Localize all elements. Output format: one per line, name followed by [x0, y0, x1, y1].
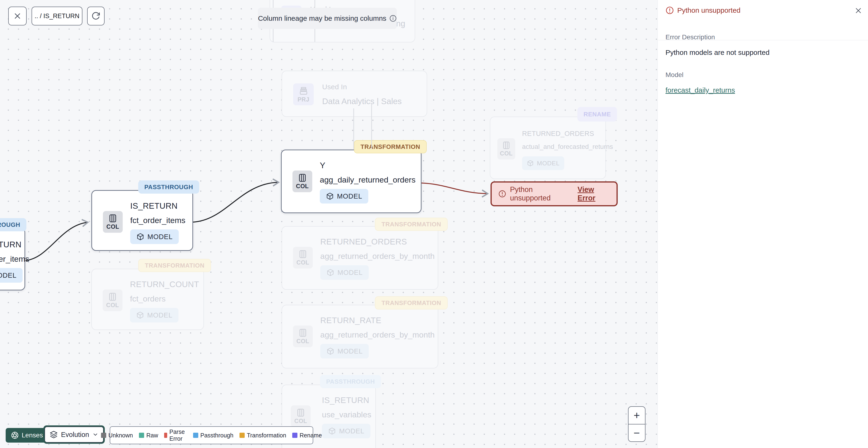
column-badge-label: COL — [106, 302, 119, 308]
error-node-python-unsupported[interactable]: Python unsupported View Error — [491, 181, 618, 206]
banner-text: Column lineage may be missing columns — [258, 14, 386, 22]
model-badge: MODEL — [130, 230, 179, 244]
lenses-button[interactable]: Lenses — [6, 428, 48, 443]
transformation-tag: TRANSFORMATION — [375, 296, 448, 309]
columns-icon — [298, 249, 308, 259]
columns-icon — [298, 328, 308, 337]
node-subtitle: fct_order_items — [130, 216, 185, 225]
node-y-agg-daily-returned-orders[interactable]: TRANSFORMATION COL Y agg_daily_returned_… — [281, 150, 422, 213]
column-badge-label: COL — [294, 418, 307, 424]
column-badge-label: COL — [106, 223, 119, 230]
model-link[interactable]: forecast_daily_returns — [665, 86, 735, 94]
legend-item-parse-error: Parse Error — [164, 428, 187, 442]
error-description-label: Error Description — [665, 33, 715, 41]
lenses-label: Lenses — [22, 431, 43, 439]
lens-legend: Unknown Raw Parse Error Passthrough Tran… — [110, 426, 313, 444]
passthrough-tag: PASSTHROUGH — [320, 375, 381, 388]
node-subtitle: fct_orders — [130, 294, 165, 303]
node-subtitle: actual_and_forecasted_returns — [522, 143, 613, 150]
column-badge-label: COL — [297, 338, 309, 345]
model-badge: MODEL — [320, 344, 369, 358]
zoom-out-button[interactable]: − — [628, 424, 645, 442]
model-section-label: Model — [665, 71, 683, 79]
refresh-button[interactable] — [87, 7, 104, 25]
node-actual-and-forecasted-returns[interactable]: RENAME COL RETURNED_ORDERS actual_and_fo… — [490, 117, 606, 179]
node-isreturn-fct-order-items[interactable]: PASSTHROUGH COL IS_RETURN fct_order_item… — [91, 190, 193, 251]
cube-icon — [136, 311, 144, 319]
transformation-tag: TRANSFORMATION — [375, 218, 448, 231]
breadcrumb[interactable]: .. / IS_RETURN — [32, 7, 83, 25]
edge-isreturn-to-y — [193, 182, 278, 222]
column-badge: COL — [293, 247, 313, 269]
columns-icon — [502, 141, 511, 150]
lineage-warning-banner: Column lineage may be missing columns — [258, 8, 397, 29]
zoom-controls: + − — [628, 406, 646, 442]
column-badge: COL — [291, 406, 311, 427]
model-badge: MODEL — [320, 265, 369, 280]
close-icon — [13, 12, 22, 20]
warning-circle-icon — [665, 6, 674, 14]
legend-swatch — [240, 433, 245, 438]
project-badge-label: PRJ — [298, 96, 309, 103]
error-description-text: Python models are not supported — [665, 49, 770, 57]
column-badge-label: COL — [500, 150, 513, 157]
legend-label: Parse Error — [169, 428, 187, 442]
node-title: Y — [320, 161, 326, 170]
warning-circle-icon — [498, 189, 506, 198]
project-badge: PRJ — [293, 83, 314, 105]
node-title: IS_RETURN — [0, 240, 22, 249]
node-return-count[interactable]: TRANSFORMATION COL RETURN_COUNT fct_orde… — [91, 269, 204, 330]
legend-label: Unknown — [108, 432, 133, 439]
panel-close-button[interactable] — [853, 5, 864, 16]
legend-label: Transformation — [247, 432, 286, 439]
minus-icon: − — [634, 426, 640, 439]
model-badge: MODEL — [522, 156, 564, 170]
lens-dropdown[interactable]: Evolution — [44, 426, 103, 443]
column-badge: COL — [103, 290, 122, 311]
node-subtitle: Data Analytics | Sales — [322, 96, 402, 106]
columns-icon — [108, 214, 118, 223]
passthrough-tag: PASSTHROUGH — [138, 180, 199, 193]
columns-icon — [298, 173, 307, 183]
legend-swatch — [101, 433, 106, 438]
legend-label: Passthrough — [200, 432, 234, 439]
legend-item-raw: Raw — [139, 432, 158, 439]
project-stack-icon — [299, 86, 309, 96]
close-lineage-button[interactable] — [8, 7, 27, 25]
node-return-rate[interactable]: TRANSFORMATION COL RETURN_RATE agg_retur… — [282, 305, 438, 368]
node-title: RETURNED_ORDERS — [320, 237, 407, 246]
columns-icon — [296, 408, 305, 417]
legend-swatch — [292, 433, 298, 438]
legend-swatch — [193, 433, 198, 438]
legend-item-passthrough: Passthrough — [193, 432, 234, 439]
node-used-in-sales[interactable]: PRJ Used In Data Analytics | Sales — [282, 71, 427, 117]
aperture-icon — [11, 431, 19, 439]
info-icon[interactable] — [389, 14, 397, 22]
column-badge: COL — [293, 326, 313, 347]
node-subtitle: agg_returned_orders_by_month — [320, 251, 435, 261]
node-isreturn-partial-left[interactable]: PASSTHROUGH IS_RETURN fct_order_items MO… — [0, 228, 25, 291]
cube-icon — [327, 347, 334, 355]
cube-icon — [328, 427, 336, 435]
node-subtitle: use_variables — [322, 410, 371, 419]
view-error-link[interactable]: View Error — [578, 185, 610, 202]
node-returned-orders-monthly[interactable]: TRANSFORMATION COL RETURNED_ORDERS agg_r… — [282, 226, 438, 290]
rename-tag: RENAME — [578, 107, 617, 122]
columns-icon — [108, 292, 117, 301]
lens-selected-label: Evolution — [61, 431, 89, 439]
plus-icon: + — [634, 409, 640, 422]
edge-left-to-isreturn — [26, 222, 87, 261]
node-subtitle: agg_returned_orders_by_month — [320, 330, 435, 339]
node-subtitle: agg_daily_returned_orders — [320, 175, 415, 184]
transformation-tag: TRANSFORMATION — [354, 140, 427, 153]
cube-icon — [327, 269, 334, 276]
node-title: IS_RETURN — [322, 395, 369, 405]
passthrough-tag: PASSTHROUGH — [0, 218, 26, 231]
close-icon — [854, 7, 862, 14]
zoom-in-button[interactable]: + — [628, 407, 645, 424]
node-title: IS_RETURN — [130, 201, 178, 211]
column-badge-label: COL — [297, 259, 309, 266]
model-badge: MODEL — [130, 308, 179, 323]
lineage-canvas[interactable]: PRJ Used In Data Analytics | Marketing P… — [0, 0, 657, 448]
column-badge: COL — [292, 171, 312, 192]
